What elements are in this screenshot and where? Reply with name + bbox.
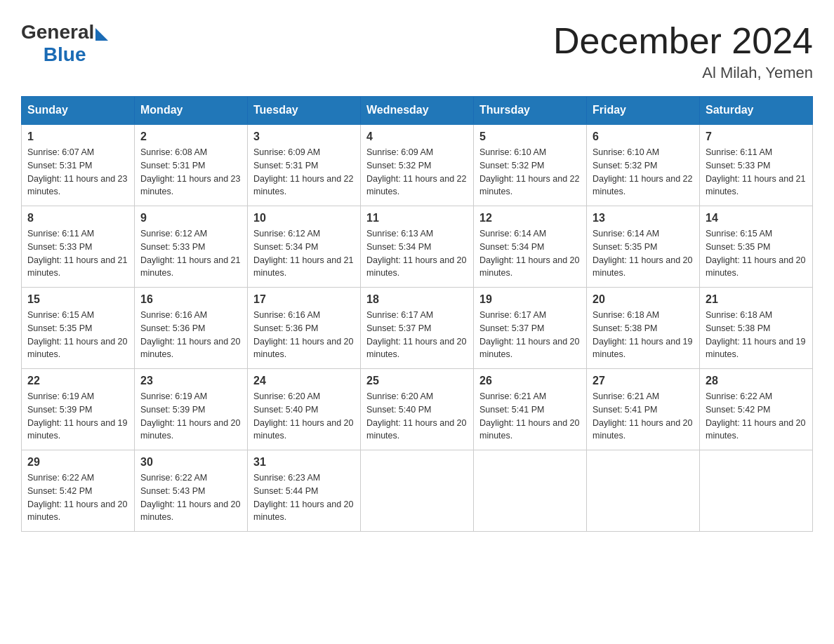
day-number: 17 [253,293,355,306]
calendar-cell: 24Sunrise: 6:20 AMSunset: 5:40 PMDayligh… [248,369,361,450]
calendar-cell: 9Sunrise: 6:12 AMSunset: 5:33 PMDaylight… [135,206,248,288]
title-area: December 2024 Al Milah, Yemen [553,21,813,82]
day-number: 24 [253,375,355,387]
calendar-cell: 15Sunrise: 6:15 AMSunset: 5:35 PMDayligh… [22,288,135,369]
day-info: Sunrise: 6:17 AMSunset: 5:37 PMDaylight:… [366,309,468,361]
page-header: General Blue December 2024 Al Milah, Yem… [21,21,813,82]
day-number: 25 [366,375,468,387]
calendar-cell: 12Sunrise: 6:14 AMSunset: 5:34 PMDayligh… [474,206,587,288]
calendar-cell: 28Sunrise: 6:22 AMSunset: 5:42 PMDayligh… [700,369,813,450]
calendar-cell: 18Sunrise: 6:17 AMSunset: 5:37 PMDayligh… [361,288,474,369]
calendar-cell: 23Sunrise: 6:19 AMSunset: 5:39 PMDayligh… [135,369,248,450]
calendar-body: 1Sunrise: 6:07 AMSunset: 5:31 PMDaylight… [22,124,813,532]
day-info: Sunrise: 6:17 AMSunset: 5:37 PMDaylight:… [479,309,581,361]
week-row-5: 29Sunrise: 6:22 AMSunset: 5:42 PMDayligh… [22,450,813,532]
column-header-friday: Friday [587,97,700,125]
day-info: Sunrise: 6:13 AMSunset: 5:34 PMDaylight:… [366,227,468,280]
calendar-table: SundayMondayTuesdayWednesdayThursdayFrid… [21,96,813,532]
day-info: Sunrise: 6:20 AMSunset: 5:40 PMDaylight:… [253,390,355,443]
calendar-header: SundayMondayTuesdayWednesdayThursdayFrid… [22,97,813,125]
day-info: Sunrise: 6:21 AMSunset: 5:41 PMDaylight:… [479,390,581,443]
calendar-cell: 6Sunrise: 6:10 AMSunset: 5:32 PMDaylight… [587,124,700,206]
day-number: 20 [593,293,694,306]
calendar-cell: 3Sunrise: 6:09 AMSunset: 5:31 PMDaylight… [248,124,361,206]
day-info: Sunrise: 6:23 AMSunset: 5:44 PMDaylight:… [253,471,355,524]
week-row-3: 15Sunrise: 6:15 AMSunset: 5:35 PMDayligh… [22,288,813,369]
day-number: 6 [593,130,694,143]
calendar-cell: 7Sunrise: 6:11 AMSunset: 5:33 PMDaylight… [700,124,813,206]
column-header-wednesday: Wednesday [361,97,474,125]
day-number: 10 [253,212,355,224]
week-row-1: 1Sunrise: 6:07 AMSunset: 5:31 PMDaylight… [22,124,813,206]
day-number: 30 [140,456,241,469]
day-number: 4 [366,130,468,143]
calendar-cell: 4Sunrise: 6:09 AMSunset: 5:32 PMDaylight… [361,124,474,206]
column-header-monday: Monday [135,97,248,125]
calendar-cell: 19Sunrise: 6:17 AMSunset: 5:37 PMDayligh… [474,288,587,369]
day-number: 16 [140,293,241,306]
day-info: Sunrise: 6:12 AMSunset: 5:34 PMDaylight:… [253,227,355,280]
calendar-cell: 20Sunrise: 6:18 AMSunset: 5:38 PMDayligh… [587,288,700,369]
day-number: 12 [479,212,581,224]
day-number: 26 [479,375,581,387]
header-row: SundayMondayTuesdayWednesdayThursdayFrid… [22,97,813,125]
day-number: 15 [27,293,128,306]
day-info: Sunrise: 6:15 AMSunset: 5:35 PMDaylight:… [706,227,807,280]
day-info: Sunrise: 6:14 AMSunset: 5:35 PMDaylight:… [593,227,694,280]
logo: General Blue [21,21,108,66]
day-number: 31 [253,456,355,469]
day-number: 9 [140,212,241,224]
day-info: Sunrise: 6:19 AMSunset: 5:39 PMDaylight:… [27,390,128,443]
logo-text-blue: Blue [44,43,86,66]
calendar-cell [700,450,813,532]
calendar-cell: 14Sunrise: 6:15 AMSunset: 5:35 PMDayligh… [700,206,813,288]
day-number: 22 [27,375,128,387]
day-info: Sunrise: 6:16 AMSunset: 5:36 PMDaylight:… [253,309,355,361]
day-number: 13 [593,212,694,224]
calendar-cell: 22Sunrise: 6:19 AMSunset: 5:39 PMDayligh… [22,369,135,450]
calendar-cell: 16Sunrise: 6:16 AMSunset: 5:36 PMDayligh… [135,288,248,369]
day-info: Sunrise: 6:21 AMSunset: 5:41 PMDaylight:… [593,390,694,443]
day-info: Sunrise: 6:11 AMSunset: 5:33 PMDaylight:… [27,227,128,280]
day-number: 7 [706,130,807,143]
logo-text-general: General [21,21,94,43]
day-number: 3 [253,130,355,143]
day-info: Sunrise: 6:22 AMSunset: 5:42 PMDaylight:… [27,471,128,524]
calendar-cell: 25Sunrise: 6:20 AMSunset: 5:40 PMDayligh… [361,369,474,450]
calendar-cell [474,450,587,532]
day-info: Sunrise: 6:20 AMSunset: 5:40 PMDaylight:… [366,390,468,443]
day-number: 28 [706,375,807,387]
logo-triangle-icon [95,28,108,41]
calendar-cell: 10Sunrise: 6:12 AMSunset: 5:34 PMDayligh… [248,206,361,288]
day-info: Sunrise: 6:09 AMSunset: 5:31 PMDaylight:… [253,146,355,199]
calendar-cell: 29Sunrise: 6:22 AMSunset: 5:42 PMDayligh… [22,450,135,532]
calendar-cell: 8Sunrise: 6:11 AMSunset: 5:33 PMDaylight… [22,206,135,288]
day-info: Sunrise: 6:08 AMSunset: 5:31 PMDaylight:… [140,146,241,199]
day-number: 18 [366,293,468,306]
calendar-cell: 2Sunrise: 6:08 AMSunset: 5:31 PMDaylight… [135,124,248,206]
calendar-cell: 17Sunrise: 6:16 AMSunset: 5:36 PMDayligh… [248,288,361,369]
week-row-4: 22Sunrise: 6:19 AMSunset: 5:39 PMDayligh… [22,369,813,450]
day-info: Sunrise: 6:19 AMSunset: 5:39 PMDaylight:… [140,390,241,443]
calendar-cell: 21Sunrise: 6:18 AMSunset: 5:38 PMDayligh… [700,288,813,369]
day-number: 21 [706,293,807,306]
day-info: Sunrise: 6:12 AMSunset: 5:33 PMDaylight:… [140,227,241,280]
day-info: Sunrise: 6:14 AMSunset: 5:34 PMDaylight:… [479,227,581,280]
calendar-cell [587,450,700,532]
day-number: 1 [27,130,128,143]
calendar-cell: 27Sunrise: 6:21 AMSunset: 5:41 PMDayligh… [587,369,700,450]
day-number: 14 [706,212,807,224]
calendar-cell: 13Sunrise: 6:14 AMSunset: 5:35 PMDayligh… [587,206,700,288]
calendar-cell: 26Sunrise: 6:21 AMSunset: 5:41 PMDayligh… [474,369,587,450]
calendar-cell [361,450,474,532]
calendar-cell: 5Sunrise: 6:10 AMSunset: 5:32 PMDaylight… [474,124,587,206]
column-header-thursday: Thursday [474,97,587,125]
day-info: Sunrise: 6:22 AMSunset: 5:43 PMDaylight:… [140,471,241,524]
column-header-tuesday: Tuesday [248,97,361,125]
day-info: Sunrise: 6:10 AMSunset: 5:32 PMDaylight:… [593,146,694,199]
column-header-saturday: Saturday [700,97,813,125]
day-number: 23 [140,375,241,387]
calendar-cell: 31Sunrise: 6:23 AMSunset: 5:44 PMDayligh… [248,450,361,532]
day-number: 2 [140,130,241,143]
day-info: Sunrise: 6:16 AMSunset: 5:36 PMDaylight:… [140,309,241,361]
